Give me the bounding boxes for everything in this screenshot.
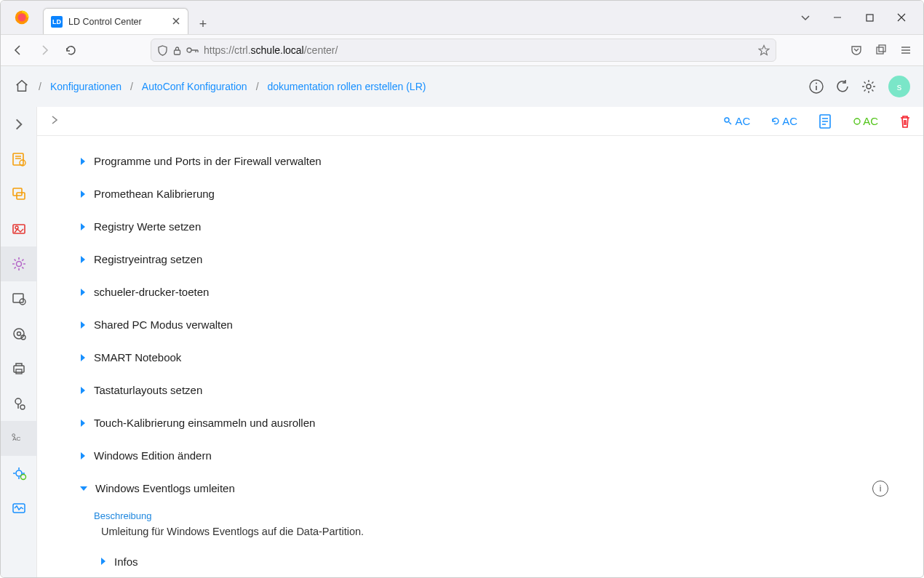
- triangle-right-icon: [81, 387, 85, 394]
- svg-point-28: [20, 299, 25, 305]
- action-ac-2[interactable]: AC: [770, 115, 797, 127]
- svg-point-41: [725, 118, 729, 122]
- tree-row[interactable]: Programme und Ports in der Firewall verw…: [81, 145, 894, 177]
- sidebar-item-6[interactable]: [1, 316, 37, 351]
- sidebar-item-5[interactable]: [1, 281, 37, 316]
- row-info-icon[interactable]: i: [872, 481, 888, 497]
- tree-subrow[interactable]: Infos: [101, 547, 894, 575]
- nav-forward-button[interactable]: [33, 39, 56, 62]
- tree-row[interactable]: Touch-Kalibrierung einsammeln und ausrol…: [81, 406, 894, 439]
- hamburger-menu-icon[interactable]: [894, 39, 917, 62]
- breadcrumb-link-3[interactable]: dokumentation rollen erstellen (LR): [268, 81, 426, 92]
- tree-row-expanded[interactable]: Windows Eventlogs umleiten i: [81, 472, 894, 505]
- tree-row[interactable]: Registry Werte setzen: [81, 210, 894, 243]
- tree-label: schueler-drucker-toeten: [94, 286, 209, 298]
- svg-point-34: [15, 398, 21, 404]
- svg-rect-27: [13, 294, 23, 302]
- triangle-right-icon: [81, 420, 85, 427]
- sidebar-item-8[interactable]: [1, 386, 37, 421]
- tree-label: Touch-Kalibrierung einsammeln und ausrol…: [94, 417, 315, 429]
- tree-row[interactable]: Tastaturlayouts setzen: [81, 374, 894, 406]
- tree-label: Promethean Kalibrierung: [94, 188, 215, 200]
- tree-label: Infos: [114, 555, 138, 568]
- sidebar-item-4[interactable]: [1, 246, 37, 281]
- svg-point-17: [867, 84, 871, 89]
- tree-label: Registryeintrag setzen: [94, 253, 202, 265]
- tree-row[interactable]: Windows Edition ändern: [81, 439, 894, 472]
- svg-point-35: [20, 405, 25, 409]
- triangle-right-icon: [81, 452, 85, 459]
- address-bar[interactable]: https://ctrl.schule.local/center/: [151, 39, 776, 62]
- svg-point-25: [15, 226, 18, 229]
- window-minimize-button[interactable]: [821, 7, 853, 28]
- content-area: Programme und Ports in der Firewall verw…: [37, 136, 923, 577]
- tab-close-icon[interactable]: [172, 16, 180, 28]
- svg-line-42: [729, 122, 731, 124]
- nav-reload-button[interactable]: [59, 39, 82, 62]
- svg-rect-10: [879, 45, 885, 52]
- sidebar-expand-icon[interactable]: [1, 107, 37, 142]
- action-document[interactable]: [818, 113, 832, 129]
- bookmark-star-icon[interactable]: [758, 44, 770, 56]
- key-icon: [186, 46, 199, 55]
- action-delete[interactable]: [899, 114, 912, 129]
- triangle-right-icon: [81, 158, 85, 165]
- triangle-right-icon: [81, 289, 85, 296]
- svg-point-26: [16, 262, 21, 267]
- triangle-right-icon: [81, 321, 85, 329]
- sidebar-item-3[interactable]: [1, 212, 37, 246]
- svg-rect-33: [16, 369, 22, 374]
- breadcrumb: / Konfigurationen / AutoConf Konfigurati…: [14, 78, 426, 96]
- tree-label: Registry Werte setzen: [94, 220, 201, 233]
- tree-row[interactable]: Shared PC Modus verwalten: [81, 308, 894, 341]
- breadcrumb-link-2[interactable]: AutoConf Konfiguration: [142, 81, 247, 92]
- triangle-right-icon: [81, 223, 85, 230]
- nav-back-button[interactable]: [7, 39, 30, 62]
- browser-tab[interactable]: LD LD Control Center: [43, 8, 188, 34]
- expanded-section-label: Beschreibung: [94, 510, 894, 521]
- home-icon[interactable]: [14, 78, 30, 96]
- sidebar-item-2[interactable]: [1, 177, 37, 212]
- svg-point-1: [18, 14, 26, 22]
- window-close-button[interactable]: [885, 7, 917, 28]
- tree-label: Programme und Ports in der Firewall verw…: [94, 155, 322, 167]
- tree-row[interactable]: schueler-drucker-toeten: [81, 276, 894, 308]
- triangle-right-icon: [101, 558, 105, 565]
- tree-row[interactable]: Registryeintrag setzen: [81, 243, 894, 276]
- triangle-right-icon: [81, 354, 85, 361]
- tree-row[interactable]: Promethean Kalibrierung: [81, 177, 894, 210]
- window-maximize-button[interactable]: [853, 7, 885, 28]
- tab-overview-icon[interactable]: [789, 7, 821, 28]
- panel-expand-icon[interactable]: [49, 114, 60, 128]
- tree-label: Windows Edition ändern: [94, 449, 212, 462]
- svg-rect-3: [867, 15, 873, 21]
- sidebar-item-1[interactable]: [1, 142, 37, 177]
- action-ac-1[interactable]: AC: [723, 115, 750, 127]
- breadcrumb-link-1[interactable]: Konfigurationen: [50, 81, 122, 92]
- avatar[interactable]: s: [888, 76, 910, 97]
- tab-title: LD Control Center: [68, 17, 166, 27]
- pocket-icon[interactable]: [845, 39, 868, 62]
- sidebar-item-ac[interactable]: AC: [1, 421, 37, 456]
- triangle-right-icon: [81, 190, 85, 198]
- tree-row[interactable]: SMART Notebook: [81, 341, 894, 374]
- tree-label: Windows Eventlogs umleiten: [95, 482, 235, 494]
- svg-rect-4: [175, 50, 180, 55]
- svg-point-29: [14, 329, 24, 339]
- action-ac-3[interactable]: AC: [853, 115, 878, 127]
- info-icon[interactable]: [807, 77, 826, 96]
- triangle-down-icon: [80, 486, 87, 491]
- tab-favicon: LD: [51, 16, 63, 28]
- extensions-icon[interactable]: [869, 39, 893, 62]
- svg-point-47: [854, 119, 860, 124]
- tree-label: Tastaturlayouts setzen: [94, 384, 202, 396]
- refresh-icon[interactable]: [833, 77, 852, 96]
- new-tab-button[interactable]: +: [193, 14, 213, 34]
- sidebar-item-11[interactable]: [1, 491, 37, 526]
- svg-rect-22: [13, 188, 22, 196]
- gear-icon[interactable]: [859, 77, 878, 96]
- firefox-icon: [11, 7, 33, 28]
- sidebar-item-10[interactable]: [1, 456, 37, 491]
- sidebar-item-7[interactable]: [1, 351, 37, 386]
- tree-label: Shared PC Modus verwalten: [94, 318, 233, 331]
